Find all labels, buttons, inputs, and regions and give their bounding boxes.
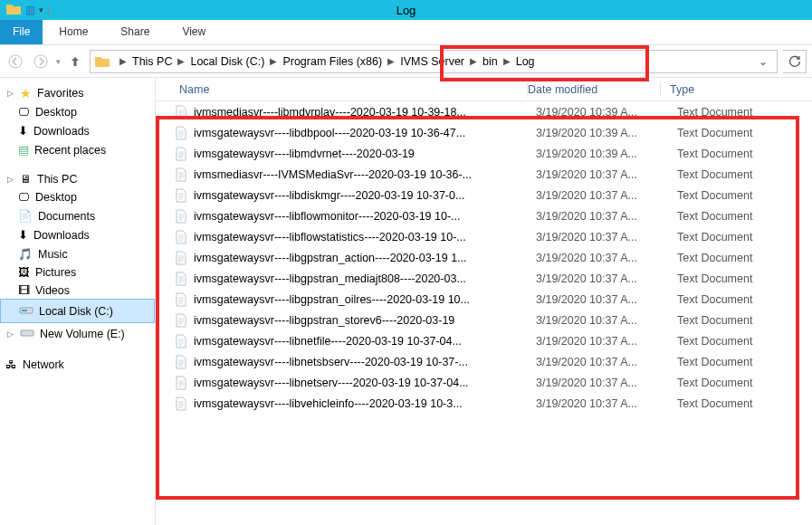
text-document-icon: [174, 230, 188, 244]
sidebar-item-downloads[interactable]: ⬇Downloads: [0, 121, 155, 140]
file-row[interactable]: ivmsmediasvr----IVMSMediaSvr----2020-03-…: [156, 164, 812, 185]
file-row[interactable]: ivmsmediasvr----libmdvrplay----2020-03-1…: [156, 101, 812, 122]
file-row[interactable]: ivmsgatewaysvr----libvehicleinfo----2020…: [156, 393, 812, 414]
breadcrumb-program-files[interactable]: Program Files (x86): [281, 51, 384, 72]
sidebar-item-desktop2[interactable]: 🖵Desktop: [0, 188, 155, 206]
file-row[interactable]: ivmsgatewaysvr----libgpstran_mediajt808-…: [156, 268, 812, 289]
breadcrumb-log[interactable]: Log: [514, 51, 537, 72]
file-row[interactable]: ivmsgatewaysvr----libdiskmgr----2020-03-…: [156, 185, 812, 205]
file-type: Text Document: [668, 293, 752, 306]
back-button[interactable]: [5, 52, 25, 72]
file-row[interactable]: ivmsgatewaysvr----libgpstran_storev6----…: [156, 310, 812, 330]
tab-file[interactable]: File: [0, 20, 43, 44]
text-document-icon: [174, 167, 188, 182]
tab-view[interactable]: View: [166, 20, 222, 44]
breadcrumb-this-pc[interactable]: This PC: [130, 51, 174, 72]
sidebar-item-music[interactable]: 🎵Music: [0, 244, 155, 263]
sidebar-item-documents[interactable]: 📄Documents: [0, 206, 155, 225]
history-dropdown-icon[interactable]: ▾: [56, 57, 61, 66]
file-row[interactable]: ivmsgatewaysvr----libgpstran_oilres----2…: [156, 289, 812, 310]
sidebar-item-desktop[interactable]: 🖵Desktop: [0, 103, 155, 121]
text-document-icon: [174, 272, 188, 286]
text-document-icon: [174, 355, 188, 369]
file-type: Text Document: [668, 377, 752, 389]
file-date: 3/19/2020 10:37 A...: [536, 356, 668, 368]
file-list-pane: Name Date modified Type ivmsmediasvr----…: [156, 78, 812, 525]
sidebar-this-pc[interactable]: ▷ 🖥 This PC: [0, 170, 155, 188]
sidebar-item-videos[interactable]: 🎞Videos: [0, 282, 155, 300]
file-date: 3/19/2020 10:39 A...: [536, 106, 668, 119]
downloads-icon: ⬇: [18, 124, 28, 138]
quick-access-toolbar: ▥ ▾ |: [0, 3, 50, 18]
file-date: 3/19/2020 10:37 A...: [536, 231, 668, 243]
text-document-icon: [174, 313, 188, 328]
file-date: 3/19/2020 10:37 A...: [536, 168, 668, 181]
text-document-icon: [174, 376, 188, 390]
file-type: Text Document: [668, 106, 752, 119]
refresh-button[interactable]: [783, 50, 807, 73]
sidebar-item-new-volume-e[interactable]: ▷New Volume (E:): [0, 322, 155, 345]
file-row[interactable]: ivmsgatewaysvr----libflowmonitor----2020…: [156, 205, 812, 226]
folder-icon: [94, 55, 110, 68]
address-dropdown-icon[interactable]: ⌄: [753, 55, 773, 68]
file-date: 3/19/2020 10:37 A...: [536, 210, 668, 223]
chevron-right-icon[interactable]: ▶: [116, 56, 130, 66]
column-name[interactable]: Name: [156, 83, 527, 96]
file-row[interactable]: ivmsgatewaysvr----libdbpool----2020-03-1…: [156, 122, 812, 143]
title-bar: ▥ ▾ | Log: [0, 0, 812, 20]
file-date: 3/19/2020 10:37 A...: [536, 397, 668, 410]
music-icon: 🎵: [18, 247, 33, 261]
file-row[interactable]: ivmsgatewaysvr----libgpstran_action----2…: [156, 247, 812, 268]
expand-icon[interactable]: ▷: [5, 329, 14, 339]
file-name: ivmsgatewaysvr----libdiskmgr----2020-03-…: [194, 189, 536, 202]
file-row[interactable]: ivmsgatewaysvr----libflowstatistics----2…: [156, 226, 812, 247]
expand-icon[interactable]: ▷: [5, 175, 14, 184]
chevron-right-icon[interactable]: ▶: [384, 56, 398, 66]
file-row[interactable]: ivmsgatewaysvr----libmdvrnet----2020-03-…: [156, 143, 812, 164]
tab-home[interactable]: Home: [43, 20, 104, 44]
expand-icon[interactable]: ▷: [5, 89, 14, 98]
file-date: 3/19/2020 10:37 A...: [536, 335, 668, 348]
file-row[interactable]: ivmsgatewaysvr----libnetserv----2020-03-…: [156, 372, 812, 393]
sidebar-label: This PC: [37, 173, 77, 186]
documents-icon: 📄: [18, 209, 33, 223]
sidebar-item-recent[interactable]: ▤Recent places: [0, 140, 155, 159]
breadcrumb-local-disk[interactable]: Local Disk (C:): [188, 51, 266, 72]
forward-button[interactable]: [31, 52, 51, 72]
ribbon-tabs: File Home Share View: [0, 20, 812, 45]
desktop-icon: 🖵: [18, 106, 30, 119]
tab-share[interactable]: Share: [104, 20, 166, 44]
sidebar-item-pictures[interactable]: 🖼Pictures: [0, 263, 155, 282]
chevron-right-icon[interactable]: ▶: [174, 56, 188, 66]
recent-icon: ▤: [18, 143, 29, 157]
address-bar[interactable]: ▶ This PC ▶ Local Disk (C:) ▶ Program Fi…: [90, 50, 778, 73]
file-date: 3/19/2020 10:37 A...: [536, 272, 668, 285]
file-type: Text Document: [668, 335, 752, 348]
pictures-icon: 🖼: [18, 266, 30, 279]
file-name: ivmsgatewaysvr----libvehicleinfo----2020…: [194, 397, 536, 410]
file-row[interactable]: ivmsgatewaysvr----libnetfile----2020-03-…: [156, 330, 812, 351]
sidebar-favorites[interactable]: ▷ ★ Favorites: [0, 83, 155, 103]
column-type[interactable]: Type: [661, 83, 812, 96]
chevron-right-icon[interactable]: ▶: [266, 56, 281, 66]
chevron-right-icon[interactable]: ▶: [466, 56, 481, 66]
drive-icon: [19, 302, 33, 320]
file-type: Text Document: [668, 397, 752, 410]
file-type: Text Document: [668, 272, 752, 285]
text-document-icon: [174, 105, 188, 119]
qat-dropdown-icon[interactable]: ▾: [39, 5, 43, 14]
text-document-icon: [174, 396, 188, 411]
file-row[interactable]: ivmsgatewaysvr----libnetsbserv----2020-0…: [156, 351, 812, 372]
window-title: Log: [396, 4, 416, 17]
column-date[interactable]: Date modified: [528, 83, 660, 96]
up-button[interactable]: [66, 52, 84, 71]
computer-icon: 🖥: [20, 173, 32, 186]
breadcrumb-ivms[interactable]: IVMS Server: [398, 51, 466, 72]
sidebar-item-downloads2[interactable]: ⬇Downloads: [0, 225, 155, 244]
sidebar-network[interactable]: 🖧 Network: [0, 356, 155, 374]
chevron-right-icon[interactable]: ▶: [500, 56, 514, 66]
breadcrumb-bin[interactable]: bin: [481, 51, 500, 72]
sidebar-item-local-disk-c[interactable]: Local Disk (C:): [0, 299, 155, 323]
file-date: 3/19/2020 10:37 A...: [536, 377, 668, 389]
properties-icon[interactable]: ▥: [25, 4, 35, 16]
